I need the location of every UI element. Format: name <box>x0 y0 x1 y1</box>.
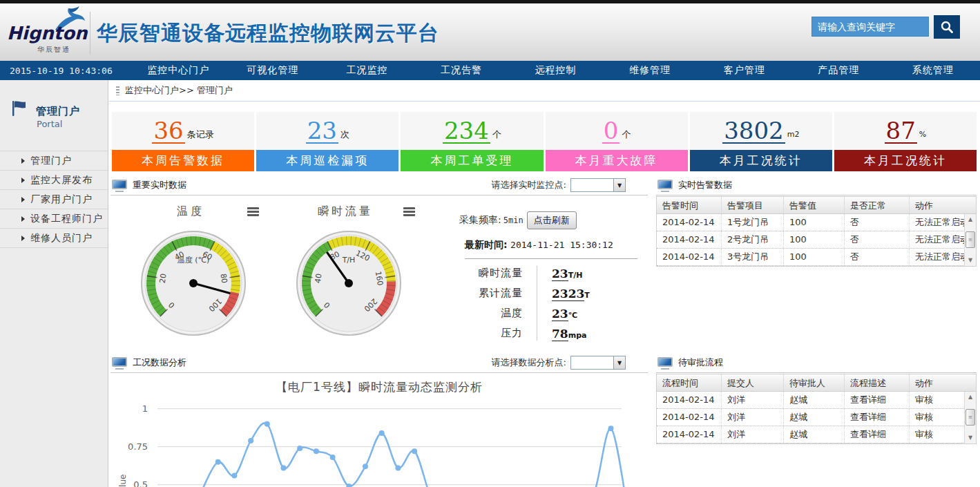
table-row[interactable]: 2014-02-14 1号龙门吊 100 否 无法正常启动 <box>657 214 976 231</box>
svg-text:温度 (℃): 温度 (℃) <box>177 256 209 265</box>
panel-title: 工况数据分析 <box>133 356 186 369</box>
scrollbar-thumb[interactable]: ≡ <box>965 231 975 248</box>
sidebar-item-repair-portal[interactable]: 维修人员门户 <box>0 228 108 247</box>
reading-row-pressure: 压力 78mpa <box>449 323 642 343</box>
page-title: 华辰智通设备远程监控物联网云平台 <box>97 19 439 48</box>
sidebar-item-screen-publish[interactable]: 监控大屏发布 <box>0 170 108 189</box>
gauge-title-flow: 瞬时流量 <box>318 204 373 219</box>
analysis-point-select-label: 请选择数据分析点: <box>492 356 566 369</box>
stat-label-bar[interactable]: 本月工况统计 <box>834 150 977 171</box>
stat-value: 23 <box>306 119 338 144</box>
table-row[interactable]: 2014-02-14 刘洋 赵城 查看详细 审核 <box>657 392 976 409</box>
column-header: 动作 <box>910 374 976 391</box>
sidebar-item-label: 监控大屏发布 <box>30 174 93 187</box>
sidebar-item-engineer-portal[interactable]: 设备工程师门户 <box>0 209 108 228</box>
nav-menu: 监控中心门户 可视化管理 工况监控 工况告警 远程控制 维修管理 客户管理 产品… <box>131 64 980 77</box>
search-input[interactable] <box>811 17 929 37</box>
stat-card-weekly-alarms: 36 条记录 本周告警数据 <box>112 112 254 171</box>
sidebar-item-admin-portal[interactable]: 管理门户 <box>0 151 108 170</box>
frequency-value: 5min <box>503 216 523 225</box>
table-row[interactable]: 2014-02-14 刘洋 赵城 查看详细 审核 <box>657 426 976 443</box>
column-header: 告警项目 <box>722 197 784 213</box>
latest-time-value: 2014-11-21 15:30:12 <box>510 240 613 250</box>
svg-text:40: 40 <box>314 273 324 284</box>
table-scrollbar[interactable]: ▲ ≡ ▼ <box>964 392 976 443</box>
sidebar-item-factory-portal[interactable]: 厂家用户门户 <box>0 189 108 209</box>
nav-item-maintenance[interactable]: 维修管理 <box>603 64 698 77</box>
scroll-down-icon[interactable]: ▼ <box>965 256 976 265</box>
realtime-data-section: 重要实时数据 请选择实时监控点: ▼ 温度 瞬时流量 020406080100温… <box>111 175 648 487</box>
nav-item-customer[interactable]: 客户管理 <box>697 64 791 77</box>
reading-unit: ℃ <box>568 311 577 320</box>
refresh-button[interactable]: 点击刷新 <box>527 211 577 229</box>
monitor-icon <box>112 357 127 368</box>
scroll-down-icon[interactable]: ▼ <box>965 433 976 443</box>
svg-text:1: 1 <box>142 403 148 414</box>
table-row[interactable]: 2014-02-14 刘洋 赵城 查看详细 审核 <box>657 409 976 426</box>
search-button[interactable] <box>934 15 960 39</box>
scrollbar-thumb[interactable]: ≡ <box>965 409 975 426</box>
column-header: 待审批人 <box>784 374 845 391</box>
reading-row-temperature: 温度 23℃ <box>449 303 642 323</box>
nav-item-remote-control[interactable]: 远程控制 <box>508 64 603 77</box>
stat-label-bar[interactable]: 本周巡检漏项 <box>256 150 398 171</box>
nav-item-system[interactable]: 系统管理 <box>886 64 980 77</box>
main-content: 监控中心门户>> 管理门户 36 条记录 本周告警数据 23 次 本周巡检漏项 <box>109 80 980 487</box>
chevron-down-icon: ▼ <box>613 179 625 191</box>
sidebar-item-label: 管理门户 <box>30 155 72 167</box>
logo: Hignton 华辰智通 <box>7 8 90 57</box>
reading-value: 2323 <box>552 287 584 301</box>
sidebar-subtitle: Portal <box>37 119 62 129</box>
hamburger-menu-icon[interactable] <box>403 207 415 216</box>
hamburger-menu-icon[interactable] <box>247 207 259 216</box>
svg-text:20: 20 <box>158 273 169 284</box>
sidebar: 管理门户 Portal 管理门户 监控大屏发布 厂家用户门户 设备工程师门户 <box>0 80 108 487</box>
divider <box>465 258 637 259</box>
nav-item-monitoring-center[interactable]: 监控中心门户 <box>131 64 226 77</box>
reading-unit: T <box>584 291 590 300</box>
arrow-right-icon <box>21 236 25 241</box>
table-row[interactable]: 2014-02-14 3号龙门吊 100 否 无法正常启动 <box>657 249 976 266</box>
column-header: 告警时间 <box>657 197 722 213</box>
sidebar-item-label: 维修人员门户 <box>30 232 93 245</box>
readings-list: 瞬时流量 23T/H 累计流量 2323T 温度 23℃ 压力 78mpa <box>449 263 642 343</box>
table-scrollbar[interactable]: ▲ ≡ ▼ <box>964 214 976 266</box>
nav-item-visualization[interactable]: 可视化管理 <box>226 64 320 77</box>
scroll-up-icon[interactable]: ▲ <box>965 392 976 402</box>
svg-text:0.5: 0.5 <box>133 479 148 487</box>
analysis-point-select[interactable]: ▼ <box>570 356 626 370</box>
stat-label-bar[interactable]: 本周告警数据 <box>112 150 254 171</box>
flag-icon <box>10 99 28 117</box>
stat-value: 87 <box>885 119 917 144</box>
panel-title: 重要实时数据 <box>133 179 186 191</box>
svg-text:value: value <box>118 475 128 487</box>
frequency-label: 采集频率: <box>459 214 501 227</box>
stat-unit: 个 <box>622 128 631 141</box>
nav-item-condition-monitor[interactable]: 工况监控 <box>320 64 414 77</box>
breadcrumb-icon <box>116 86 119 95</box>
column-header: 提交人 <box>722 374 784 391</box>
nav-item-condition-alarm[interactable]: 工况告警 <box>414 64 509 77</box>
stat-label-bar[interactable]: 本周工单受理 <box>401 150 543 171</box>
scroll-up-icon[interactable]: ▲ <box>965 215 976 225</box>
temperature-gauge: 020406080100温度 (℃) <box>138 228 249 338</box>
column-header: 动作 <box>910 197 976 213</box>
svg-text:T/H: T/H <box>342 256 356 265</box>
stat-card-monthly-condition-m2: 3802 m2 本月工况统计 <box>690 112 832 171</box>
monitor-icon <box>657 357 673 368</box>
nav-item-product[interactable]: 产品管理 <box>791 64 886 77</box>
stat-value: 234 <box>443 119 490 144</box>
alarm-table-header: 告警时间 告警项目 告警值 是否正常 动作 <box>657 196 976 214</box>
monitor-icon <box>657 180 673 191</box>
stat-label-bar[interactable]: 本月重大故障 <box>546 150 688 171</box>
table-row[interactable]: 2014-02-14 2号龙门吊 100 否 无法正常启动 <box>657 231 976 249</box>
logo-text: Hignton <box>7 23 88 44</box>
stat-label-bar[interactable]: 本月工况统计 <box>690 150 832 171</box>
chevron-down-icon: ▼ <box>613 356 625 369</box>
latest-time-row: 最新时间: 2014-11-21 15:30:12 <box>465 239 613 251</box>
stat-card-monthly-failures: 0 个 本月重大故障 <box>546 112 688 171</box>
arrow-right-icon <box>21 158 25 164</box>
stat-unit: % <box>919 130 926 139</box>
reading-value: 78 <box>552 327 568 341</box>
monitor-point-select[interactable]: ▼ <box>570 178 626 192</box>
